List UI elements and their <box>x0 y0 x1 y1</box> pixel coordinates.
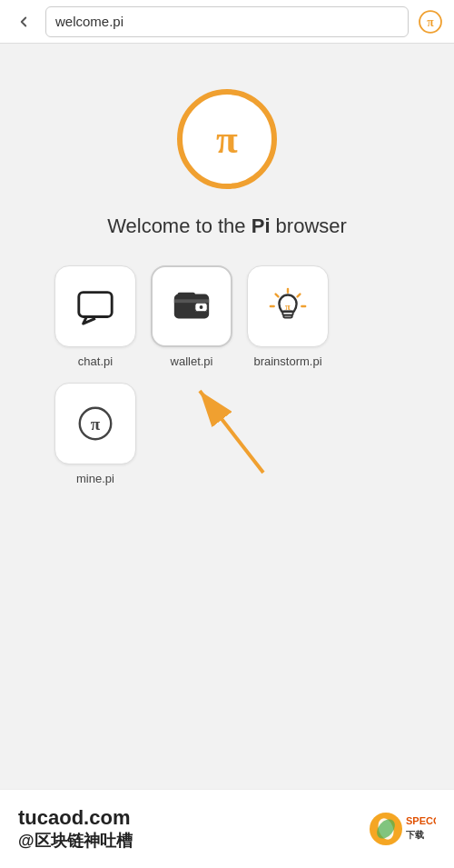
svg-text:SPECO: SPECO <box>406 815 436 826</box>
svg-text:π: π <box>216 117 238 161</box>
app-item-brainstorm[interactable]: π brainstorm.pi <box>247 265 329 368</box>
svg-text:下载: 下载 <box>406 830 424 840</box>
footer: tucaod.com @区块链神吐槽 SPECO 下载 <box>0 789 454 868</box>
wallet-label: wallet.pi <box>171 354 213 368</box>
svg-line-12 <box>276 294 279 297</box>
chat-icon-box <box>54 265 136 347</box>
svg-rect-7 <box>174 299 209 303</box>
svg-rect-3 <box>79 293 112 317</box>
svg-line-10 <box>298 294 301 297</box>
mine-label: mine.pi <box>76 472 114 485</box>
brainstorm-label: brainstorm.pi <box>253 354 321 368</box>
back-button[interactable] <box>9 7 38 36</box>
url-input[interactable] <box>45 6 409 37</box>
app-item-chat[interactable]: chat.pi <box>54 265 136 368</box>
svg-text:π: π <box>427 15 434 28</box>
pi-logo: π <box>177 89 277 189</box>
svg-text:π: π <box>91 414 101 434</box>
svg-rect-15 <box>283 315 292 318</box>
welcome-heading: Welcome to the Pi browser <box>107 215 347 238</box>
brainstorm-icon-box: π <box>247 265 329 347</box>
mine-icon-box: π <box>54 383 136 464</box>
svg-text:π: π <box>285 302 291 312</box>
chat-label: chat.pi <box>78 354 113 368</box>
svg-rect-8 <box>178 293 195 298</box>
footer-handle: @区块链神吐槽 <box>18 830 133 852</box>
footer-site: tucaod.com <box>18 806 133 830</box>
app-grid: chat.pi wallet.pi <box>27 265 427 485</box>
app-item-mine[interactable]: π mine.pi <box>54 383 136 485</box>
svg-point-6 <box>200 305 203 309</box>
wallet-icon-box <box>151 265 232 347</box>
speco-logo: SPECO 下载 <box>368 809 436 849</box>
pi-icon-button[interactable]: π <box>416 7 445 36</box>
footer-branding: tucaod.com @区块链神吐槽 <box>18 806 133 852</box>
address-bar: π <box>0 0 454 44</box>
main-content: π Welcome to the Pi browser chat.pi <box>0 44 454 485</box>
app-item-wallet[interactable]: wallet.pi <box>151 265 232 368</box>
